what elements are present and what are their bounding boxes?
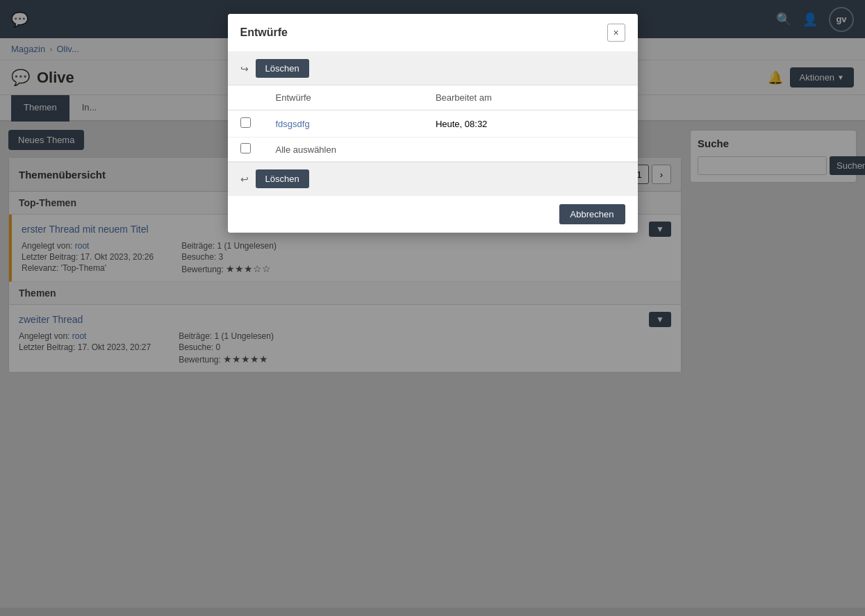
col-bearbeitet-header: Bearbeitet am (423, 85, 638, 110)
select-all-label-cell: Alle auswählen (263, 138, 638, 162)
modal-header: Entwürfe × (228, 14, 638, 52)
draft-date-cell-0: Heute, 08:32 (423, 110, 638, 138)
draft-link-0[interactable]: fdsgsdfg (276, 119, 310, 129)
select-all-label[interactable]: Alle auswählen (276, 144, 625, 155)
modal-bottom-delete-button[interactable]: Löschen (256, 169, 309, 188)
draft-checkbox-0[interactable] (240, 117, 251, 128)
modal-title: Entwürfe (240, 26, 288, 39)
modal-overlay: Entwürfe × ↪ Löschen Entwürfe Bearbeitet… (0, 0, 865, 616)
modal-top-toolbar: ↪ Löschen (228, 52, 638, 85)
draft-name-cell-0: fdsgsdfg (263, 110, 423, 138)
col-entwuerfe-header: Entwürfe (263, 85, 423, 110)
modal-footer: Abbrechen (228, 195, 638, 233)
modal-table: Entwürfe Bearbeitet am fdsgsdfg Heute, 0… (228, 85, 638, 162)
draft-row-0: fdsgsdfg Heute, 08:32 (228, 110, 638, 138)
modal-entwuerfe: Entwürfe × ↪ Löschen Entwürfe Bearbeitet… (228, 14, 638, 233)
modal-close-button[interactable]: × (607, 24, 625, 42)
draft-checkbox-cell-0 (228, 110, 263, 138)
modal-cancel-button[interactable]: Abbrechen (559, 204, 625, 224)
select-all-checkbox-cell (228, 138, 263, 162)
modal-toolbar-arrow-icon: ↪ (240, 63, 249, 74)
select-all-row: Alle auswählen (228, 138, 638, 162)
modal-bottom-toolbar: ↩ Löschen (228, 162, 638, 195)
col-checkbox-header (228, 85, 263, 110)
select-all-checkbox[interactable] (240, 143, 251, 153)
modal-bottom-arrow-icon: ↩ (240, 174, 249, 185)
modal-top-delete-button[interactable]: Löschen (256, 59, 309, 78)
modal-body: ↪ Löschen Entwürfe Bearbeitet am (228, 52, 638, 195)
